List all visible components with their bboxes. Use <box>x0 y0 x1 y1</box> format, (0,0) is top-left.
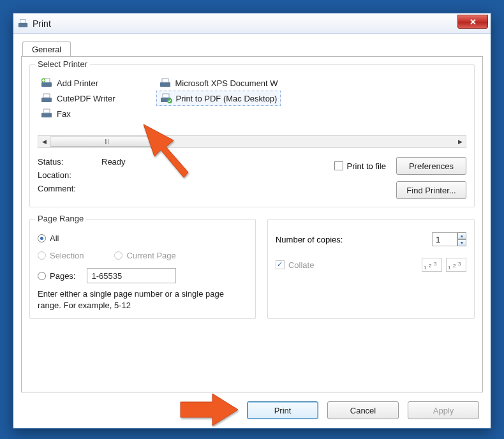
tab-panel: Select Printer Add Printer CutePDF Write… <box>21 56 483 392</box>
tab-general[interactable]: General <box>22 41 71 57</box>
radio-dot <box>114 251 122 260</box>
printer-icon <box>40 93 53 103</box>
svg-rect-8 <box>43 94 50 98</box>
pages-input[interactable] <box>87 268 176 283</box>
printer-label: Fax <box>57 109 71 119</box>
radio-all-label: All <box>50 234 59 243</box>
close-icon: ✕ <box>470 17 477 27</box>
print-to-file-checkbox[interactable]: Print to file <box>334 161 386 171</box>
printer-check-icon <box>159 93 172 103</box>
radio-pages[interactable]: Pages: <box>38 271 75 281</box>
cancel-button[interactable]: Cancel <box>327 401 399 419</box>
radio-all[interactable]: All <box>38 234 248 243</box>
collate-checkbox: Collate <box>276 260 314 270</box>
dialog-button-row: Print Cancel Apply <box>247 401 479 419</box>
radio-dot <box>38 234 46 242</box>
group-select-printer: Select Printer Add Printer CutePDF Write… <box>29 64 475 207</box>
location-value <box>101 170 178 180</box>
radio-dot <box>38 272 46 280</box>
checkbox-box <box>276 260 285 269</box>
svg-rect-14 <box>163 94 169 98</box>
radio-current-label: Current Page <box>126 251 175 260</box>
apply-button: Apply <box>408 401 479 419</box>
printer-item-pdf[interactable]: Print to PDF (Mac Desktop) <box>156 91 281 106</box>
collate-label: Collate <box>288 260 314 270</box>
comment-label: Comment: <box>38 184 101 193</box>
group-copies: Number of copies: ▲ ▼ Collate <box>267 219 475 319</box>
printer-item-cutepdf[interactable]: CutePDF Writer <box>38 91 118 106</box>
print-dialog: Print ✕ General Select Printer Add Print… <box>13 13 491 429</box>
svg-rect-12 <box>162 78 168 82</box>
fax-icon <box>40 108 53 119</box>
printer-status: Status: Ready Location: Comment: <box>38 157 178 193</box>
svg-rect-6 <box>42 80 45 80</box>
find-printer-button[interactable]: Find Printer... <box>396 181 466 199</box>
printer-label: CutePDF Writer <box>57 94 115 103</box>
copies-spinner[interactable]: ▲ ▼ <box>432 232 466 246</box>
collate-preview-icon: 123 <box>422 258 442 272</box>
spin-down-button[interactable]: ▼ <box>457 239 466 246</box>
print-button[interactable]: Print <box>247 401 318 419</box>
svg-rect-2 <box>41 82 52 87</box>
group-title-range: Page Range <box>35 214 86 223</box>
radio-pages-label: Pages: <box>50 271 75 281</box>
radio-selection: Selection <box>38 251 84 260</box>
preferences-button[interactable]: Preferences <box>396 157 466 175</box>
printer-list: Add Printer CutePDF Writer Fax Microsoft… <box>38 75 466 131</box>
svg-rect-9 <box>41 113 52 117</box>
printer-icon <box>159 78 172 88</box>
printer-item-fax[interactable]: Fax <box>38 106 118 121</box>
svg-rect-7 <box>41 98 52 102</box>
checkbox-box <box>334 161 343 170</box>
spin-up-button[interactable]: ▲ <box>457 232 466 239</box>
close-button[interactable]: ✕ <box>457 15 488 29</box>
printer-label: Add Printer <box>57 78 98 88</box>
print-to-file-label: Print to file <box>347 161 386 171</box>
printer-scrollbar[interactable]: ◀ ▶ <box>38 135 466 148</box>
page-range-help: Enter either a single page number or a s… <box>38 288 248 311</box>
printer-label: Print to PDF (Mac Desktop) <box>176 94 278 103</box>
tab-strip: General <box>19 39 485 57</box>
printer-item-xps[interactable]: Microsoft XPS Document W <box>156 75 281 91</box>
radio-dot <box>38 251 46 260</box>
status-label: Status: <box>38 157 101 167</box>
printer-add-icon <box>40 78 53 88</box>
radio-current-page: Current Page <box>114 251 175 260</box>
svg-rect-0 <box>20 19 26 22</box>
svg-rect-10 <box>43 109 50 113</box>
location-label: Location: <box>38 170 101 180</box>
scroll-left-button[interactable]: ◀ <box>38 136 50 147</box>
printer-label: Microsoft XPS Document W <box>175 78 278 88</box>
copies-label: Number of copies: <box>276 235 343 244</box>
window-title: Print <box>33 19 51 29</box>
status-value: Ready <box>101 157 178 167</box>
copies-input[interactable] <box>432 232 457 246</box>
scroll-right-button[interactable]: ▶ <box>454 136 466 147</box>
group-title-printer: Select Printer <box>35 59 90 69</box>
comment-value <box>101 184 178 193</box>
titlebar: Print ✕ <box>13 13 491 34</box>
scroll-thumb[interactable] <box>50 137 165 147</box>
dialog-body: General Select Printer Add Printer CuteP… <box>19 39 485 392</box>
svg-rect-1 <box>19 23 27 27</box>
printer-item-add[interactable]: Add Printer <box>38 75 118 91</box>
radio-selection-label: Selection <box>50 251 84 260</box>
group-page-range: Page Range All Selection Current Page <box>29 219 256 319</box>
scroll-track[interactable] <box>50 136 454 147</box>
printer-icon <box>17 18 29 29</box>
svg-rect-11 <box>160 82 170 87</box>
collate-preview-icon: 123 <box>446 258 466 272</box>
